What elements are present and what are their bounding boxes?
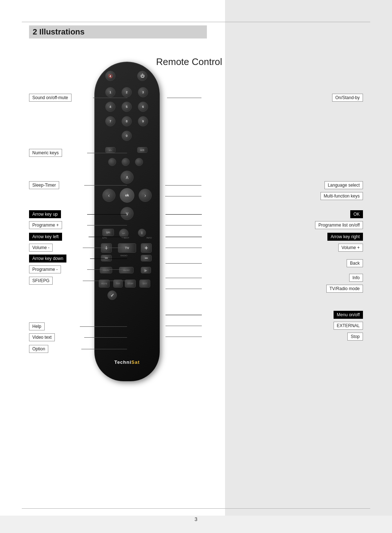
tv-button[interactable]: TV	[118, 243, 136, 253]
line-stop	[166, 337, 202, 337]
prog-plus-button[interactable]: +	[141, 243, 152, 253]
line-menu-on-off	[166, 315, 202, 315]
line-arrow-right	[166, 237, 202, 237]
line-volume-plus	[166, 248, 202, 248]
label-stop: Stop	[347, 333, 363, 341]
nav-ok-button[interactable]: ok	[120, 188, 134, 203]
label-on-standby: On/Stand-by	[332, 94, 363, 102]
line-sleep-timer	[84, 185, 127, 186]
triangle-button[interactable]: ▶	[141, 267, 151, 273]
label-arrow-left: Arrow key left	[29, 233, 62, 241]
right-area	[225, 0, 392, 516]
key-7[interactable]: 7	[105, 116, 115, 126]
section-heading: 2 Illustrations	[33, 27, 85, 37]
label-arrow-down: Arrow key down	[29, 255, 66, 263]
line-option	[81, 349, 127, 349]
brand-label: TechniSat	[114, 359, 140, 365]
key-5[interactable]: 5	[122, 102, 132, 112]
line-video-text	[84, 337, 127, 338]
label-help: Help	[29, 322, 45, 330]
small-button-1[interactable]	[108, 158, 116, 166]
sleep-timer-button[interactable]: -/--	[105, 147, 115, 153]
line-multi-function	[165, 196, 201, 196]
label-programme-plus: Programme +	[29, 221, 62, 229]
label-arrow-up: Arrow key up	[29, 210, 61, 218]
line-external	[166, 326, 202, 326]
line-arrow-up	[87, 214, 127, 215]
menu-button[interactable]: MENU	[119, 267, 134, 273]
label-programme-minus: Programme -	[29, 265, 61, 273]
top-divider	[22, 22, 370, 22]
heading-bar: 2 Illustrations	[29, 25, 207, 38]
nav-up-button[interactable]: ∧	[121, 171, 134, 184]
prog-button[interactable]: PROG	[100, 267, 112, 273]
info-button[interactable]: i	[138, 229, 146, 237]
label-ok: OK	[350, 210, 363, 218]
line-back	[166, 263, 202, 264]
remote-body: 🔇 ⏻ 1 2 3 4 5 6 7 8 9 0 -/-- A/B	[94, 62, 160, 381]
small-button-2[interactable]	[122, 158, 130, 166]
brand-prefix: Techni	[114, 359, 131, 365]
line-programme-list	[166, 225, 202, 225]
volume-plus-button[interactable]: +	[101, 243, 112, 253]
key-0[interactable]: 0	[122, 131, 132, 141]
nav-cross: ∧ ‹ ok › ∨	[102, 171, 152, 220]
info-label: INFO	[147, 237, 152, 239]
check-button[interactable]: ✓	[107, 290, 117, 300]
label-back: Back	[347, 259, 363, 267]
key-1[interactable]: 1	[105, 87, 115, 97]
key-3[interactable]: 3	[138, 87, 148, 97]
mute-button[interactable]: 🔇	[105, 71, 115, 81]
key-2[interactable]: 2	[122, 87, 132, 97]
line-tv-radio-mode	[166, 289, 202, 289]
label-video-text: Video text	[29, 333, 55, 341]
label-language-select: Language select	[324, 181, 363, 189]
line-on-standby	[167, 98, 201, 98]
remote-control: 🔇 ⏻ 1 2 3 4 5 6 7 8 9 0 -/-- A/B	[94, 62, 160, 381]
sfi-button[interactable]: SFI	[102, 229, 114, 236]
nav-down-button[interactable]: ∨	[121, 207, 134, 220]
page-subtitle: Remote Control	[156, 56, 222, 68]
label-external: EXTERNAL	[334, 322, 363, 330]
prog-minus-button[interactable]: −	[141, 255, 152, 261]
label-sleep-timer: Sleep-Timer	[29, 181, 59, 189]
label-tv-radio-mode: TV/Radio mode	[326, 285, 363, 293]
key-6[interactable]: 6	[138, 102, 148, 112]
label-programme-list: Programme list on/off	[315, 221, 363, 229]
line-help	[80, 326, 127, 327]
label-multi-function: Multi-function keys	[320, 192, 363, 200]
key-9[interactable]: 9	[138, 116, 148, 126]
label-option: Option	[29, 345, 48, 353]
line-sound-mute	[93, 98, 127, 98]
line-volume-minus	[83, 248, 127, 248]
line-sfi-epg	[83, 281, 127, 281]
page-number: 3	[195, 516, 197, 522]
power-button[interactable]: ⏻	[137, 71, 147, 81]
ext-button[interactable]: EXT	[139, 280, 150, 288]
line-programme-plus	[87, 225, 127, 225]
volume-minus-button[interactable]: −	[101, 255, 112, 261]
label-arrow-right: Arrow key right	[327, 233, 363, 241]
nav-right-button[interactable]: ›	[139, 189, 152, 202]
key-8[interactable]: 8	[122, 116, 132, 126]
line-programme-minus	[87, 269, 127, 270]
key-4[interactable]: 4	[105, 102, 115, 112]
label-info: Info	[349, 274, 363, 282]
label-sound-mute: Sound on/off-mute	[29, 94, 72, 102]
ab-button[interactable]: A/B	[137, 147, 147, 153]
line-language-select	[165, 185, 201, 186]
bottom-divider	[22, 508, 370, 509]
line-arrow-left	[89, 237, 127, 237]
label-sfi-epg: SFI/EPG	[29, 277, 53, 285]
small-button-3[interactable]	[135, 158, 143, 166]
label-menu-on-off: Menu on/off	[334, 311, 363, 319]
radio-label: RADIO	[121, 255, 127, 257]
line-arrow-down	[90, 259, 127, 259]
label-volume-plus: Volume +	[338, 244, 363, 252]
label-volume-minus: Volume -	[29, 244, 53, 252]
line-numeric-keys	[87, 153, 127, 153]
nav-left-button[interactable]: ‹	[102, 189, 115, 202]
line-info	[166, 278, 202, 278]
label-numeric-keys: Numeric keys	[29, 149, 62, 157]
brand-suffix: Sat	[131, 359, 140, 365]
